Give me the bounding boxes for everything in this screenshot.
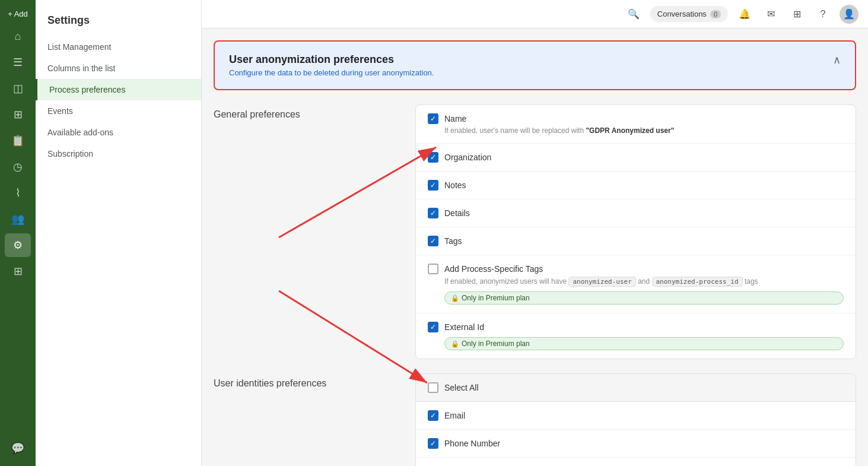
general-preferences-label: General preferences [214,109,415,120]
graph-icon[interactable]: ⌇ [5,181,31,205]
settings-icon[interactable]: ⚙ [5,233,31,257]
pref-label-notes: Notes [444,180,466,190]
tag-pill-1: anonymized-user [568,277,635,287]
clock-icon[interactable]: ◷ [5,155,31,179]
identity-checkbox-email[interactable]: ✓ [428,410,438,421]
pref-row-external-id: ✓External Id🔒Only in Premium plan [416,313,856,359]
clipboard-icon[interactable]: 📋 [5,129,31,153]
identity-label-phone-number: Phone Number [444,439,500,448]
checkbox-add-process-specific-tags[interactable] [428,264,438,274]
search-icon[interactable]: 🔍 [624,5,643,24]
general-preferences-content: ✓NameIf enabled, user's name will be rep… [415,104,856,359]
sidebar-item-subscription[interactable]: Subscription [36,143,201,164]
identity-row-phone-number: ✓Phone Number [416,430,856,458]
lock-icon: 🔒 [451,340,459,348]
pref-desc-add-process-specific-tags: If enabled, anonymized users will have a… [444,277,844,287]
checkbox-notes[interactable]: ✓ [428,180,438,191]
pref-label-name: Name [444,114,466,123]
pref-label-organization: Organization [444,153,491,162]
anon-header-title: User anonymization preferences [229,53,434,66]
pref-row-tags: ✓Tags [416,227,856,255]
user-identities-label-col: User identities preferences [214,373,415,466]
sidebar-item-columns-in-the-list[interactable]: Columns in the list [36,58,201,79]
sidebar-item-events[interactable]: Events [36,100,201,122]
conversations-button[interactable]: Conversations 0 [650,6,728,22]
identity-row-facebook: Facebook [416,458,856,466]
anon-header-box: User anonymization preferences Configure… [214,40,856,90]
user-identities-content: Select All ✓Email✓Phone NumberFacebook [415,373,856,466]
select-all-label: Select All [444,383,479,392]
list-icon[interactable]: ☰ [5,50,31,74]
grid-icon[interactable]: ⊞ [5,259,31,283]
identity-label-email: Email [444,411,465,420]
sidebar-item-process-preferences[interactable]: Process preferences [36,79,201,100]
identity-row-email: ✓Email [416,402,856,430]
add-button[interactable]: + Add [3,6,33,22]
layout-icon[interactable]: ⊞ [787,5,806,24]
checkbox-name[interactable]: ✓ [428,113,438,124]
general-preferences-section: General preferences ✓NameIf enabled, use… [214,104,856,359]
help-icon[interactable]: ? [813,5,832,24]
pref-label-add-process-specific-tags: Add Process-Specific Tags [444,264,543,274]
chart-icon[interactable]: ⊞ [5,103,31,126]
tag-pill-2: anonymized-process_id [652,277,743,287]
message-icon[interactable]: ✉ [761,5,780,24]
premium-badge-external-id[interactable]: 🔒Only in Premium plan [444,337,844,350]
identity-checkbox-phone-number[interactable]: ✓ [428,438,438,449]
bell-icon[interactable]: 🔔 [735,5,754,24]
pref-label-tags: Tags [444,236,462,246]
select-all-row: Select All [416,374,856,402]
sidebar-title: Settings [36,9,201,36]
avatar[interactable]: 👤 [840,5,859,24]
sidebar-item-available-add-ons[interactable]: Available add-ons [36,122,201,143]
premium-label-add-process-specific-tags: Only in Premium plan [462,294,530,302]
checkbox-external-id[interactable]: ✓ [428,322,438,332]
icon-bar: + Add ⌂ ☰ ◫ ⊞ 📋 ◷ ⌇ 👥 ⚙ ⊞ 💬 [0,0,36,466]
home-icon[interactable]: ⌂ [5,24,31,48]
user-identities-section: User identities preferences Select All ✓… [214,373,856,466]
general-preferences-label-col: General preferences [214,104,415,359]
main-content: User anonymization preferences Configure… [202,28,868,466]
collapse-icon[interactable]: ∧ [833,53,841,66]
select-all-checkbox[interactable] [428,382,438,393]
checkbox-details[interactable]: ✓ [428,208,438,218]
pref-row-add-process-specific-tags: Add Process-Specific TagsIf enabled, ano… [416,255,856,313]
topbar: 🔍 Conversations 0 🔔 ✉ ⊞ ? 👤 [202,0,868,28]
pref-row-details: ✓Details [416,199,856,227]
pref-label-details: Details [444,208,470,218]
pref-label-external-id: External Id [444,322,484,332]
premium-badge-add-process-specific-tags[interactable]: 🔒Only in Premium plan [444,291,844,305]
people-icon[interactable]: 👥 [5,207,31,231]
pref-row-name: ✓NameIf enabled, user's name will be rep… [416,105,856,144]
lock-icon: 🔒 [451,294,459,302]
sidebar-item-list-management[interactable]: List Management [36,36,201,58]
anon-header-subtitle: Configure the data to be deleted during … [229,68,434,77]
inbox-icon[interactable]: ◫ [5,77,31,100]
premium-label-external-id: Only in Premium plan [462,340,530,348]
sidebar: Settings List ManagementColumns in the l… [36,0,202,466]
checkbox-tags[interactable]: ✓ [428,236,438,246]
pref-desc-strong-name: "GDPR Anonymized user" [586,126,674,135]
checkbox-organization[interactable]: ✓ [428,152,438,163]
conversations-label: Conversations [657,9,707,18]
chat-icon[interactable]: 💬 [5,436,31,460]
user-identities-label: User identities preferences [214,378,415,389]
conversations-badge: 0 [710,10,721,18]
pref-row-notes: ✓Notes [416,172,856,199]
pref-row-organization: ✓Organization [416,144,856,172]
pref-desc-name: If enabled, user's name will be replaced… [444,126,844,135]
